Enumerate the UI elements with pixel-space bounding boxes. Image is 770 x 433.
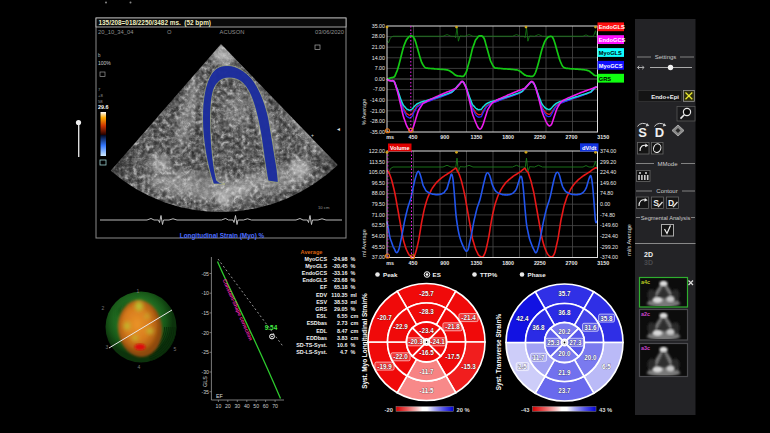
svg-text:3D: 3D: [644, 259, 653, 266]
svg-text:dV/dt: dV/dt: [582, 145, 597, 151]
svg-text:2250: 2250: [534, 260, 546, 266]
svg-text:EF: EF: [216, 393, 224, 399]
svg-text:EDL: EDL: [316, 328, 327, 334]
svg-text:Contour: Contour: [656, 188, 677, 194]
svg-text:28.00: 28.00: [372, 33, 385, 39]
svg-text:◄: ◄: [336, 126, 341, 132]
svg-text:-23.4: -23.4: [419, 327, 434, 334]
svg-text:%: %: [351, 277, 356, 283]
svg-text:-15.3: -15.3: [461, 363, 476, 370]
svg-text:113.50: 113.50: [369, 159, 385, 165]
svg-text:74.80: 74.80: [600, 190, 613, 196]
svg-text:6.55: 6.55: [337, 313, 348, 319]
svg-text:3150: 3150: [597, 260, 609, 266]
svg-text:-11.7: -11.7: [419, 368, 434, 375]
svg-text:SD-LS-Syst.: SD-LS-Syst.: [296, 349, 327, 355]
svg-text:-16.5: -16.5: [419, 349, 434, 356]
svg-text:29.6: 29.6: [98, 104, 109, 110]
svg-text:MyoGCS: MyoGCS: [599, 63, 623, 69]
svg-text:25.3: 25.3: [547, 339, 560, 346]
svg-text:2: 2: [102, 305, 105, 311]
svg-text:%: %: [351, 342, 356, 348]
svg-text:27.3: 27.3: [569, 339, 582, 346]
svg-text:-224.40: -224.40: [600, 233, 618, 239]
svg-text:%: %: [351, 349, 356, 355]
svg-text:-20.7: -20.7: [377, 314, 392, 321]
svg-text:60: 60: [263, 403, 269, 409]
svg-text:-21.8: -21.8: [445, 323, 460, 330]
svg-text:-149.60: -149.60: [600, 222, 618, 228]
svg-text:0.00: 0.00: [600, 201, 610, 207]
svg-text:-20: -20: [385, 407, 393, 413]
svg-text:54.00: 54.00: [372, 233, 385, 239]
svg-text:79.50: 79.50: [372, 201, 385, 207]
svg-text:MyoGLS: MyoGLS: [599, 50, 622, 56]
svg-text:a4c: a4c: [641, 279, 650, 285]
svg-text:2700: 2700: [566, 260, 578, 266]
svg-text:23.7: 23.7: [558, 387, 571, 394]
svg-text:a2c: a2c: [641, 311, 650, 317]
svg-text:-14.00: -14.00: [370, 97, 385, 103]
svg-text:1350: 1350: [471, 134, 483, 140]
svg-text:450: 450: [409, 260, 418, 266]
svg-text:374.00: 374.00: [600, 148, 616, 154]
svg-text:Phase: Phase: [528, 271, 547, 278]
svg-text:30: 30: [234, 403, 240, 409]
svg-text:96.50: 96.50: [372, 180, 385, 186]
svg-text:7.00: 7.00: [375, 65, 385, 71]
svg-text:ACUSON: ACUSON: [220, 29, 245, 35]
svg-text:-05: -05: [202, 271, 210, 277]
svg-text:SD-TS-Syst.: SD-TS-Syst.: [296, 342, 327, 348]
svg-text:Settings: Settings: [655, 54, 677, 60]
svg-text:71.00: 71.00: [372, 212, 385, 218]
svg-text:-25: -25: [202, 349, 210, 355]
svg-text:GRS: GRS: [315, 306, 327, 312]
svg-text:6.5: 6.5: [602, 363, 611, 370]
svg-text:21.00: 21.00: [372, 44, 385, 50]
svg-text:MyoGLS: MyoGLS: [305, 263, 327, 269]
svg-text:11.7: 11.7: [533, 354, 545, 361]
svg-text:-19.9: -19.9: [377, 363, 392, 370]
svg-text:5: 5: [174, 346, 177, 352]
svg-text:35.00: 35.00: [372, 23, 385, 29]
svg-text:D: D: [655, 125, 664, 140]
svg-text:ml Average: ml Average: [361, 229, 367, 256]
svg-text:Average: Average: [301, 249, 323, 255]
svg-text:20_10_34_04: 20_10_34_04: [98, 29, 134, 35]
svg-text:37.00: 37.00: [372, 254, 385, 260]
svg-text:+: +: [311, 132, 314, 138]
svg-text:-33.16: -33.16: [332, 270, 347, 276]
svg-text:3.83: 3.83: [337, 335, 348, 341]
svg-text:3150: 3150: [597, 134, 609, 140]
svg-text:62.50: 62.50: [372, 222, 385, 228]
svg-text:9.54: 9.54: [265, 324, 278, 331]
svg-text:EDDbas: EDDbas: [306, 335, 327, 341]
svg-text:Syst. Transverse Strain%: Syst. Transverse Strain%: [495, 313, 503, 390]
svg-text:70: 70: [272, 403, 278, 409]
svg-text:2D: 2D: [644, 251, 653, 258]
svg-text:ms: ms: [386, 260, 394, 266]
svg-text:GRS: GRS: [599, 76, 612, 82]
svg-text:-25.7: -25.7: [419, 290, 434, 297]
svg-text:4.7: 4.7: [340, 349, 348, 355]
svg-text:GLS: GLS: [202, 376, 208, 387]
svg-text:-299.20: -299.20: [600, 244, 618, 250]
svg-text:+8: +8: [98, 93, 103, 98]
svg-text:03/06/2020: 03/06/2020: [315, 29, 344, 35]
svg-text:29.05: 29.05: [334, 306, 348, 312]
svg-text:-20: -20: [202, 330, 210, 336]
svg-text:105.00: 105.00: [369, 169, 385, 175]
svg-text:%: %: [351, 306, 356, 312]
svg-text:% Average: % Average: [361, 99, 367, 126]
svg-text:-30: -30: [202, 369, 210, 375]
svg-text:%: %: [351, 263, 356, 269]
svg-text:35.7: 35.7: [558, 290, 571, 297]
svg-text:-17.5: -17.5: [445, 353, 460, 360]
svg-text:3: 3: [106, 344, 109, 350]
svg-text:-11.5: -11.5: [419, 387, 434, 394]
svg-text:1: 1: [137, 288, 140, 294]
svg-text:-24.98: -24.98: [332, 256, 347, 262]
svg-text:20.0: 20.0: [584, 354, 597, 361]
svg-text:20.0: 20.0: [558, 350, 571, 357]
svg-text:36.8: 36.8: [532, 324, 545, 331]
